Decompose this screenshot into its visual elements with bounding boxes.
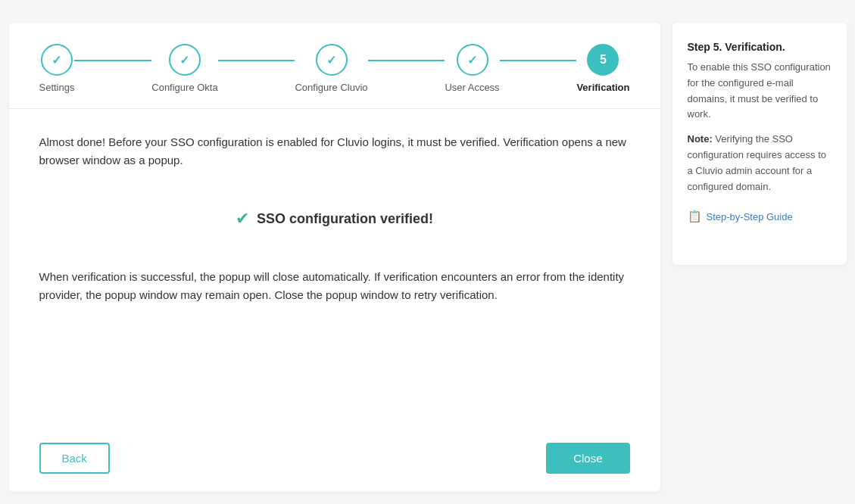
check-verified-icon: ✔ <box>236 209 249 229</box>
sidebar-step-bold: Step 5. Verification. <box>688 41 785 53</box>
checkmark-icon: ✓ <box>51 53 61 67</box>
step-connector-3 <box>368 60 445 61</box>
step-label-okta: Configure Okta <box>151 82 217 93</box>
verified-banner: ✔ SSO configuration verified! <box>39 194 630 244</box>
step-circle-verification: 5 <box>587 44 619 76</box>
close-button[interactable]: Close <box>546 443 629 474</box>
note-label: Note: <box>688 133 713 145</box>
step-label-user-access: User Access <box>445 82 499 93</box>
step-number-verification: 5 <box>600 53 607 67</box>
checkmark-icon: ✓ <box>179 53 189 67</box>
step-configure-cluvio: ✓ Configure Cluvio <box>295 44 367 93</box>
step-connector-1 <box>74 60 151 61</box>
footer-buttons: Back Close <box>9 428 660 492</box>
main-panel: ✓ Settings ✓ Configure Okta ✓ Configure … <box>9 23 660 492</box>
sidebar-note: Note: Verifying the SSO configuration re… <box>688 132 832 194</box>
step-circle-okta: ✓ <box>169 44 201 76</box>
guide-label: Step-by-Step Guide <box>707 211 793 222</box>
step-configure-okta: ✓ Configure Okta <box>151 44 217 93</box>
intro-text: Almost done! Before your SSO configurati… <box>39 133 630 170</box>
step-user-access: ✓ User Access <box>445 44 499 93</box>
step-circle-settings: ✓ <box>41 44 73 76</box>
sidebar-description-inline: To enable this SSO configuration for the… <box>688 60 832 123</box>
checkmark-icon: ✓ <box>467 53 477 67</box>
checkmark-icon: ✓ <box>326 53 336 67</box>
step-connector-2 <box>218 60 295 61</box>
step-settings: ✓ Settings <box>39 44 75 93</box>
book-icon: 📋 <box>688 210 702 223</box>
step-circle-user-access: ✓ <box>457 44 488 76</box>
step-connector-4 <box>500 60 577 61</box>
step-label-cluvio: Configure Cluvio <box>295 82 367 93</box>
step-circle-cluvio: ✓ <box>316 44 348 76</box>
step-label-verification: Verification <box>576 82 629 93</box>
verified-message: SSO configuration verified! <box>257 211 433 227</box>
back-button[interactable]: Back <box>39 443 110 474</box>
sidebar-panel: Step 5. Verification. To enable this SSO… <box>672 23 847 265</box>
step-verification: 5 Verification <box>576 44 629 93</box>
popup-note: When verification is successful, the pop… <box>39 268 630 304</box>
content-area: Almost done! Before your SSO configurati… <box>9 109 660 428</box>
step-by-step-guide-link[interactable]: 📋 Step-by-Step Guide <box>688 210 832 223</box>
sidebar-step-title: Step 5. Verification. To enable this SSO… <box>688 39 832 123</box>
stepper: ✓ Settings ✓ Configure Okta ✓ Configure … <box>9 23 660 109</box>
step-label-settings: Settings <box>39 82 75 93</box>
